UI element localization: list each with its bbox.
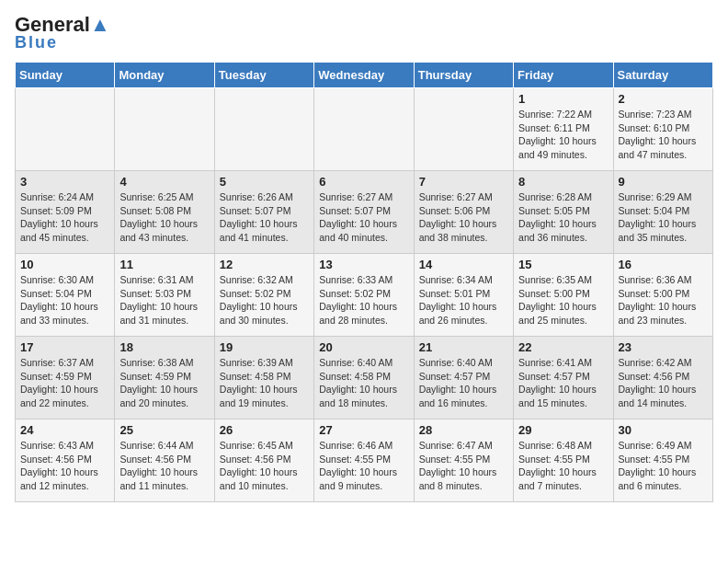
day-info: Sunrise: 6:32 AM Sunset: 5:02 PM Dayligh… [220,273,309,327]
calendar-cell: 12Sunrise: 6:32 AM Sunset: 5:02 PM Dayli… [214,254,313,337]
day-info: Sunrise: 6:37 AM Sunset: 4:59 PM Dayligh… [20,356,109,410]
day-number: 6 [319,175,408,189]
weekday-header-saturday: Saturday [613,63,712,88]
day-number: 21 [419,340,508,354]
calendar-cell: 1Sunrise: 7:22 AM Sunset: 6:11 PM Daylig… [514,88,613,171]
day-info: Sunrise: 6:46 AM Sunset: 4:55 PM Dayligh… [319,439,408,493]
day-number: 12 [220,258,309,271]
day-number: 24 [20,423,109,437]
day-info: Sunrise: 6:44 AM Sunset: 4:56 PM Dayligh… [119,439,209,493]
day-number: 4 [119,175,209,189]
day-number: 14 [419,258,508,271]
calendar-cell: 23Sunrise: 6:42 AM Sunset: 4:56 PM Dayli… [613,337,712,419]
day-number: 8 [518,175,608,189]
weekday-header-friday: Friday [514,63,613,88]
day-number: 26 [220,423,309,437]
day-info: Sunrise: 7:22 AM Sunset: 6:11 PM Dayligh… [518,108,608,162]
day-info: Sunrise: 6:43 AM Sunset: 4:56 PM Dayligh… [20,439,109,493]
day-info: Sunrise: 6:28 AM Sunset: 5:05 PM Dayligh… [518,190,608,245]
day-info: Sunrise: 6:29 AM Sunset: 5:04 PM Dayligh… [619,190,708,245]
calendar-cell: 27Sunrise: 6:46 AM Sunset: 4:55 PM Dayli… [314,419,414,502]
logo: General▲ Blue [15,15,110,52]
calendar-cell: 3Sunrise: 6:24 AM Sunset: 5:09 PM Daylig… [16,171,115,254]
day-number: 22 [518,340,608,354]
calendar-cell: 19Sunrise: 6:39 AM Sunset: 4:58 PM Dayli… [214,337,313,419]
day-number: 30 [619,423,708,437]
day-number: 16 [619,258,708,271]
logo-blue: Blue [15,33,58,52]
logo-text: General▲ [15,15,110,35]
day-info: Sunrise: 6:42 AM Sunset: 4:56 PM Dayligh… [619,356,708,410]
day-info: Sunrise: 6:48 AM Sunset: 4:55 PM Dayligh… [518,439,608,493]
day-info: Sunrise: 6:40 AM Sunset: 4:58 PM Dayligh… [319,356,408,410]
weekday-header-thursday: Thursday [414,63,513,88]
day-number: 25 [119,423,209,437]
day-info: Sunrise: 6:24 AM Sunset: 5:09 PM Dayligh… [20,190,109,245]
day-number: 3 [20,175,109,189]
day-info: Sunrise: 6:45 AM Sunset: 4:56 PM Dayligh… [220,439,309,493]
calendar-cell: 17Sunrise: 6:37 AM Sunset: 4:59 PM Dayli… [16,337,115,419]
calendar-cell [314,88,414,171]
day-info: Sunrise: 6:25 AM Sunset: 5:08 PM Dayligh… [119,190,209,245]
day-number: 2 [619,92,708,106]
calendar-cell: 30Sunrise: 6:49 AM Sunset: 4:55 PM Dayli… [613,419,712,502]
calendar-cell: 28Sunrise: 6:47 AM Sunset: 4:55 PM Dayli… [414,419,513,502]
calendar-cell: 7Sunrise: 6:27 AM Sunset: 5:06 PM Daylig… [414,171,513,254]
day-number: 19 [220,340,309,354]
day-info: Sunrise: 6:47 AM Sunset: 4:55 PM Dayligh… [419,439,508,493]
day-number: 23 [619,340,708,354]
day-info: Sunrise: 6:41 AM Sunset: 4:57 PM Dayligh… [518,356,608,410]
calendar-cell: 20Sunrise: 6:40 AM Sunset: 4:58 PM Dayli… [314,337,414,419]
weekday-header-monday: Monday [115,63,214,88]
calendar-cell: 15Sunrise: 6:35 AM Sunset: 5:00 PM Dayli… [514,254,613,337]
day-number: 10 [20,258,109,271]
day-number: 28 [419,423,508,437]
day-info: Sunrise: 6:33 AM Sunset: 5:02 PM Dayligh… [319,273,408,327]
calendar-cell [16,88,115,171]
calendar-cell [214,88,313,171]
day-info: Sunrise: 7:23 AM Sunset: 6:10 PM Dayligh… [619,108,708,162]
calendar-cell: 9Sunrise: 6:29 AM Sunset: 5:04 PM Daylig… [613,171,712,254]
day-info: Sunrise: 6:31 AM Sunset: 5:03 PM Dayligh… [119,273,209,327]
day-number: 5 [220,175,309,189]
calendar-cell: 14Sunrise: 6:34 AM Sunset: 5:01 PM Dayli… [414,254,513,337]
day-info: Sunrise: 6:26 AM Sunset: 5:07 PM Dayligh… [220,190,309,245]
day-number: 27 [319,423,408,437]
day-info: Sunrise: 6:40 AM Sunset: 4:57 PM Dayligh… [419,356,508,410]
calendar-cell: 4Sunrise: 6:25 AM Sunset: 5:08 PM Daylig… [115,171,214,254]
calendar-cell: 11Sunrise: 6:31 AM Sunset: 5:03 PM Dayli… [115,254,214,337]
day-info: Sunrise: 6:36 AM Sunset: 5:00 PM Dayligh… [619,273,708,327]
day-number: 18 [119,340,209,354]
day-number: 11 [119,258,209,271]
page-header: General▲ Blue [15,15,713,52]
day-number: 29 [518,423,608,437]
day-number: 17 [20,340,109,354]
calendar-cell: 24Sunrise: 6:43 AM Sunset: 4:56 PM Dayli… [16,419,115,502]
calendar-cell: 5Sunrise: 6:26 AM Sunset: 5:07 PM Daylig… [214,171,313,254]
weekday-header-wednesday: Wednesday [314,63,414,88]
calendar-cell: 8Sunrise: 6:28 AM Sunset: 5:05 PM Daylig… [514,171,613,254]
day-info: Sunrise: 6:35 AM Sunset: 5:00 PM Dayligh… [518,273,608,327]
day-info: Sunrise: 6:27 AM Sunset: 5:07 PM Dayligh… [319,190,408,245]
day-number: 15 [518,258,608,271]
weekday-header-tuesday: Tuesday [214,63,313,88]
calendar-cell: 6Sunrise: 6:27 AM Sunset: 5:07 PM Daylig… [314,171,414,254]
day-number: 1 [518,92,608,106]
calendar-cell [414,88,513,171]
calendar-table: SundayMondayTuesdayWednesdayThursdayFrid… [15,62,713,502]
day-number: 7 [419,175,508,189]
day-info: Sunrise: 6:38 AM Sunset: 4:59 PM Dayligh… [119,356,209,410]
day-info: Sunrise: 6:49 AM Sunset: 4:55 PM Dayligh… [619,439,708,493]
day-number: 20 [319,340,408,354]
calendar-cell: 21Sunrise: 6:40 AM Sunset: 4:57 PM Dayli… [414,337,513,419]
day-info: Sunrise: 6:34 AM Sunset: 5:01 PM Dayligh… [419,273,508,327]
calendar-cell: 16Sunrise: 6:36 AM Sunset: 5:00 PM Dayli… [613,254,712,337]
calendar-cell: 25Sunrise: 6:44 AM Sunset: 4:56 PM Dayli… [115,419,214,502]
day-info: Sunrise: 6:39 AM Sunset: 4:58 PM Dayligh… [220,356,309,410]
calendar-cell: 18Sunrise: 6:38 AM Sunset: 4:59 PM Dayli… [115,337,214,419]
calendar-cell: 2Sunrise: 7:23 AM Sunset: 6:10 PM Daylig… [613,88,712,171]
day-info: Sunrise: 6:27 AM Sunset: 5:06 PM Dayligh… [419,190,508,245]
calendar-cell: 22Sunrise: 6:41 AM Sunset: 4:57 PM Dayli… [514,337,613,419]
day-number: 13 [319,258,408,271]
day-info: Sunrise: 6:30 AM Sunset: 5:04 PM Dayligh… [20,273,109,327]
